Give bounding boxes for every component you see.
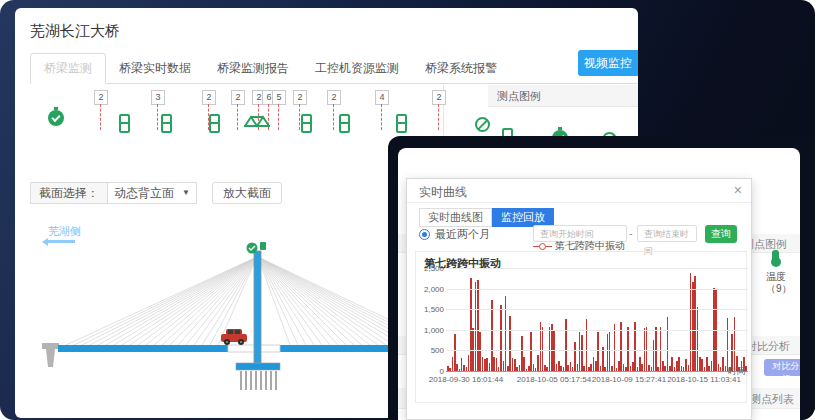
sensor-dashed-line: [100, 104, 101, 130]
car: [221, 329, 247, 345]
bridge-abutment: [42, 343, 59, 349]
section-select-dropdown[interactable]: 动态背立面 ▼: [107, 182, 197, 204]
x-axis-tick: 2018-09-30 16:01:44: [429, 375, 503, 384]
section-select-label: 截面选择：: [30, 182, 107, 204]
main-tabbar: 桥梁监测桥梁实时数据桥梁监测报告工控机资源监测桥梁系统报警: [30, 56, 638, 84]
bridge-tower: [254, 251, 261, 363]
data-bar: [614, 324, 616, 371]
gridline: [446, 309, 748, 310]
main-tab-2[interactable]: 桥梁监测报告: [204, 54, 302, 83]
chain-sensor-icon[interactable]: [161, 114, 170, 128]
data-bar: [586, 319, 588, 371]
sensor-count-badge: 2: [231, 90, 245, 105]
data-bar: [655, 327, 657, 371]
sensor-dashed-line: [381, 104, 382, 130]
pier-piles: [241, 371, 276, 390]
temperature-count: （9）: [766, 282, 792, 296]
x-axis-tick: 2018-10-15 11:03:41: [667, 375, 741, 384]
sensor-dashed-line: [333, 104, 334, 130]
section-selected-value: 动态背立面: [114, 183, 174, 203]
dialog-header: 实时曲线 ×: [407, 179, 751, 203]
main-tab-0[interactable]: 桥梁监测: [30, 53, 106, 84]
y-axis-tick: 1,500: [418, 305, 444, 314]
chevron-down-icon: ▼: [182, 183, 190, 203]
page-title: 芜湖长江大桥: [30, 22, 120, 41]
chain-sensor-icon[interactable]: [339, 114, 348, 128]
data-bar: [565, 319, 567, 371]
y-axis-tick: 1,000: [418, 326, 444, 335]
tower-flag-icon: [260, 242, 266, 250]
enlarge-section-button[interactable]: 放大截面: [212, 182, 282, 204]
sensor-dashed-line: [157, 104, 158, 130]
legend-series-label: 第七跨跨中振动: [555, 240, 625, 251]
chain-sensor-icon[interactable]: [301, 114, 310, 128]
bridge-truss-icon[interactable]: [243, 114, 271, 128]
no-entry-icon: [475, 117, 490, 132]
sensor-count-badge: 2: [432, 90, 446, 105]
point-legend-header: 测点图例: [488, 85, 638, 107]
vibration-chart: 第七跨跨中振动 时间 2,5002,0001,5001,00050002018-…: [415, 251, 747, 403]
bridge-diagram: [30, 241, 410, 411]
video-monitor-button[interactable]: 视频监控: [578, 50, 638, 76]
sensor-count-badge: 2: [327, 90, 341, 105]
legend-ring-icon: [539, 243, 546, 250]
close-icon[interactable]: ×: [734, 182, 742, 198]
data-bar: [667, 317, 669, 371]
y-axis-tick: 2,500: [418, 264, 444, 273]
sensor-count-badge: 2: [94, 90, 108, 105]
realtime-curve-dialog: 实时曲线 × 实时曲线图 监控回放 最近两个月 查询开始时间 - 查询结束时间 …: [406, 178, 752, 420]
y-axis-tick: 500: [418, 346, 444, 355]
data-bar: [505, 296, 507, 371]
gridline: [446, 268, 748, 269]
sensor-dashed-line: [278, 104, 279, 130]
sensor-dashed-line: [438, 104, 439, 130]
gridline: [446, 350, 748, 351]
legend-marker-icon: [546, 246, 552, 247]
sensor-count-badge: 2: [293, 90, 307, 105]
point-list-label: 测点列表: [750, 392, 794, 407]
sensor-count-badge: 2: [202, 90, 216, 105]
dialog-title: 实时曲线: [419, 184, 467, 201]
main-tab-1[interactable]: 桥梁实时数据: [106, 54, 204, 83]
chain-sensor-icon[interactable]: [209, 114, 218, 128]
main-tab-3[interactable]: 工控机资源监测: [302, 54, 412, 83]
stopwatch-icon[interactable]: [48, 110, 64, 126]
sensor-dashed-line: [299, 104, 300, 130]
data-bar: [727, 318, 729, 371]
data-bar: [627, 327, 629, 371]
x-axis-line: [446, 371, 748, 372]
main-tab-4[interactable]: 桥梁系统报警: [412, 54, 510, 83]
x-axis-tick: 2018-10-09 15:27:41: [592, 375, 666, 384]
chart-series-bars: [447, 268, 748, 371]
range-separator: -: [629, 227, 633, 239]
chain-sensor-icon[interactable]: [396, 114, 405, 128]
chain-sensor-icon[interactable]: [119, 114, 128, 128]
x-axis-tick: 2018-10-05 05:17:54: [517, 375, 591, 384]
gridline: [446, 330, 748, 331]
compare-analysis-button[interactable]: 对比分析: [764, 359, 800, 376]
sensor-dashed-line: [237, 104, 238, 130]
sensor-count-badge: 4: [375, 90, 389, 105]
y-axis-tick: 2,000: [418, 285, 444, 294]
sensor-count-badge: 3: [151, 90, 165, 105]
compare-section-label: 对比分析: [746, 339, 790, 354]
sensor-count-badge: 5: [272, 90, 286, 105]
gridline: [446, 289, 748, 290]
bridge-side-label: 芜湖侧: [48, 224, 81, 239]
thermometer-icon[interactable]: [772, 250, 779, 263]
tower-sensor-icon: [247, 243, 258, 254]
pier-cap: [236, 363, 280, 370]
